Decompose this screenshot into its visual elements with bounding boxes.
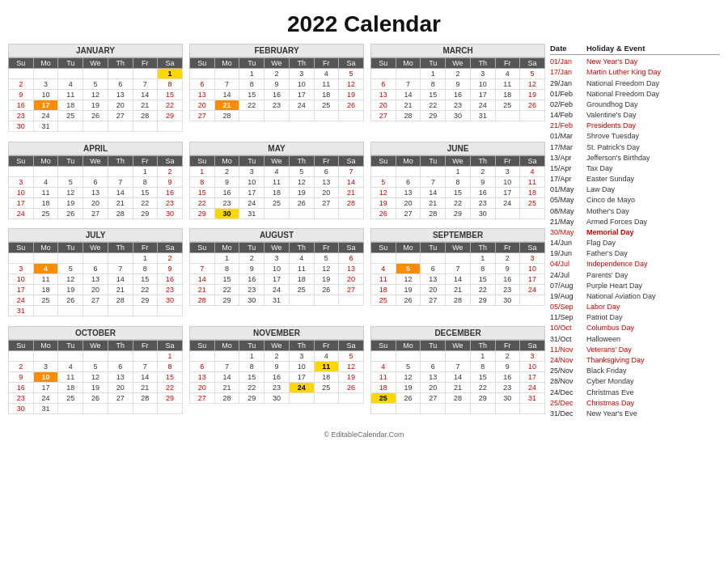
calendar-day — [33, 253, 58, 264]
calendar-day: 24 — [33, 393, 58, 404]
day-header: Th — [108, 155, 133, 166]
day-header: Sa — [339, 341, 364, 351]
calendar-day: 17 — [470, 90, 495, 100]
side-event: National Freedom Day — [586, 90, 659, 99]
calendar-day: 12 — [396, 274, 421, 285]
calendar-day — [58, 69, 83, 79]
calendar-day — [396, 351, 421, 362]
calendar-day: 27 — [83, 208, 108, 218]
calendar-day — [371, 404, 396, 414]
calendar-day: 9 — [495, 362, 520, 372]
side-panel-row: 08/MayMother's Day — [550, 206, 720, 216]
calendar-day: 17 — [289, 372, 314, 383]
calendar-day: 18 — [314, 90, 339, 100]
calendar-day: 2 — [214, 166, 239, 176]
calendar-day: 14 — [214, 372, 239, 383]
calendar-day: 6 — [371, 79, 396, 90]
calendar-day: 13 — [339, 264, 364, 274]
calendar-day: 11 — [314, 362, 339, 372]
calendar-day: 3 — [520, 351, 545, 362]
month-title: DECEMBER — [370, 326, 545, 340]
day-header: Su — [190, 341, 215, 351]
calendar-day — [83, 351, 108, 362]
month-block-september: SEPTEMBERSuMoTuWeThFrSa12345678910111213… — [370, 228, 545, 321]
side-event: Columbus Day — [586, 324, 634, 333]
month-block-january: JANUARYSuMoTuWeThFrSa1234567891011121314… — [8, 44, 183, 137]
calendar-day: 13 — [396, 187, 421, 197]
calendar-day: 24 — [289, 383, 314, 393]
calendar-day: 5 — [520, 69, 545, 79]
day-header: Mo — [33, 58, 58, 69]
side-event: Independence Day — [586, 260, 648, 269]
day-header: Tu — [421, 58, 446, 69]
calendar-day: 24 — [265, 285, 290, 295]
calendar-day: 13 — [108, 372, 133, 383]
side-panel-row: 07/AugPurple Heart Day — [550, 281, 720, 291]
calendar-day: 18 — [371, 285, 396, 295]
day-header: Su — [371, 58, 396, 69]
calendar-day: 19 — [58, 197, 83, 208]
side-event: Father's Day — [586, 249, 628, 258]
calendar-day: 18 — [371, 383, 396, 393]
side-date: 29/Jan — [550, 79, 586, 88]
calendar-day: 5 — [371, 176, 396, 187]
calendar-day: 20 — [108, 100, 133, 111]
month-block-july: JULYSuMoTuWeThFrSa1234567891011121314151… — [8, 228, 183, 321]
side-panel-row: 30/MayMemorial Day — [550, 227, 720, 238]
calendar-day — [58, 404, 83, 414]
calendar-day: 11 — [58, 372, 83, 383]
calendar-day: 27 — [371, 111, 396, 121]
calendar-day: 17 — [239, 187, 265, 197]
side-date: 14/Jun — [550, 239, 586, 248]
day-header: Mo — [214, 341, 239, 351]
day-header: Su — [9, 341, 34, 351]
side-event: Halloween — [586, 335, 620, 344]
calendar-day — [371, 69, 396, 79]
day-header: Fr — [133, 243, 158, 253]
calendar-day: 29 — [133, 208, 158, 218]
side-date: 21/Feb — [550, 121, 586, 130]
calendar-day — [289, 393, 314, 404]
calendar-day — [495, 111, 520, 121]
calendar-day: 4 — [58, 362, 83, 372]
calendar-day — [520, 208, 545, 218]
calendar-day: 3 — [520, 253, 545, 264]
day-header: Th — [470, 155, 495, 166]
calendar-day: 6 — [108, 362, 133, 372]
side-date: 11/Sep — [550, 313, 586, 322]
calendar-day: 2 — [158, 253, 183, 264]
calendar-day: 16 — [158, 274, 183, 285]
side-panel-row: 21/FebPresidents Day — [550, 121, 720, 131]
calendar-day: 18 — [520, 187, 545, 197]
calendar-day: 23 — [9, 111, 34, 121]
calendar-day — [33, 351, 58, 362]
side-panel-row: 17/JanMartin Luther King Day — [550, 67, 720, 78]
side-event: Cinco de Mayo — [586, 196, 635, 205]
calendar-day: 20 — [421, 383, 446, 393]
calendar-day: 19 — [339, 90, 364, 100]
calendar-day: 6 — [339, 253, 364, 264]
day-header: Sa — [520, 243, 545, 253]
day-header: Tu — [58, 243, 83, 253]
calendar-day: 27 — [421, 295, 446, 306]
day-header: We — [83, 341, 108, 351]
calendar-day: 28 — [214, 393, 239, 404]
day-header: Fr — [314, 155, 339, 166]
calendar-day — [289, 111, 314, 121]
side-panel-row: 01/JanNew Year's Day — [550, 57, 720, 67]
calendar-day: 29 — [470, 393, 495, 404]
calendar-day: 14 — [446, 274, 471, 285]
calendar-day — [314, 393, 339, 404]
calendar-day — [339, 208, 364, 218]
month-title: AUGUST — [189, 228, 364, 242]
calendar-day: 5 — [289, 166, 314, 176]
side-date: 01/May — [550, 185, 586, 194]
calendar-day: 7 — [133, 79, 158, 90]
day-header: Mo — [396, 341, 421, 351]
side-date: 01/Mar — [550, 132, 586, 141]
side-event: Labor Day — [586, 303, 620, 312]
calendar-day — [396, 404, 421, 414]
calendar-day: 12 — [58, 187, 83, 197]
day-header: Mo — [33, 243, 58, 253]
calendar-day: 16 — [214, 187, 239, 197]
